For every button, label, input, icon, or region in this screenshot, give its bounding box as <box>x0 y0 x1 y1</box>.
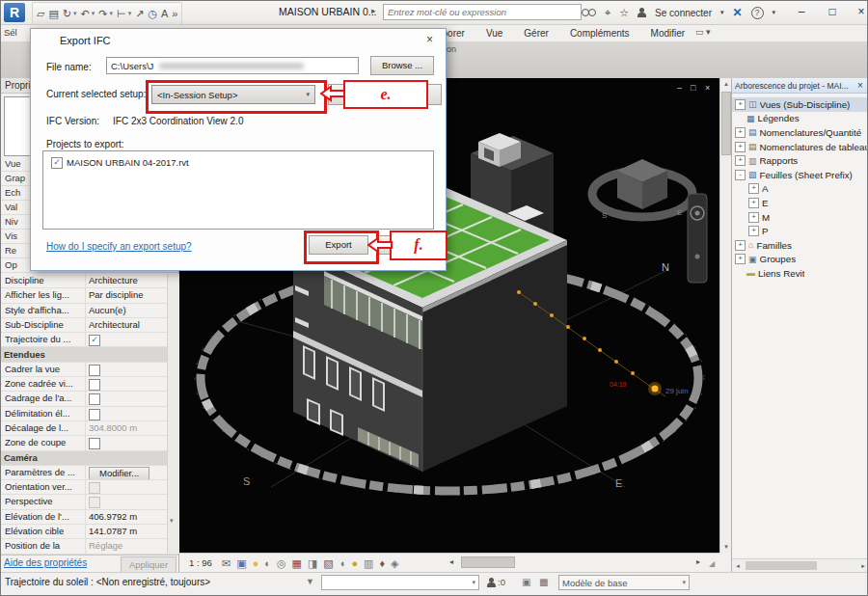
checkbox[interactable] <box>89 379 100 391</box>
navigation-bar[interactable] <box>688 194 707 283</box>
tree-item[interactable]: +A <box>732 182 868 197</box>
ribbon-extra-dropdown[interactable]: ▭ ▾ <box>695 27 711 37</box>
expander-icon[interactable]: + <box>735 142 746 152</box>
tree-item[interactable]: -▧Feuilles (Sheet Prefix) <box>732 168 868 182</box>
design-options-icon[interactable]: ▣ <box>522 577 530 587</box>
view-minimize-icon[interactable]: – <box>677 83 682 93</box>
tree-item[interactable]: +▣Groupes <box>732 253 868 267</box>
dropdown-arrow-icon[interactable]: ▾ <box>128 10 132 17</box>
tree-item[interactable]: ▦Légendes <box>732 112 868 126</box>
expander-icon[interactable]: + <box>748 226 759 236</box>
maximize-button[interactable]: □ <box>819 1 846 23</box>
browser-close-icon[interactable]: × <box>857 80 863 91</box>
crop-view-icon[interactable]: ✉ <box>222 557 231 570</box>
hscroll-thumb[interactable] <box>461 556 515 568</box>
exclude-options-icon[interactable]: ▩ <box>539 577 548 587</box>
dialog-close-icon[interactable]: × <box>426 33 433 46</box>
show-crop-icon[interactable]: ◨ <box>308 557 317 570</box>
title-dropdown-icon[interactable]: ▸ <box>371 6 376 15</box>
tree-item[interactable]: +P <box>732 224 868 238</box>
tree-item[interactable]: +M <box>732 210 868 225</box>
help-dropdown-icon[interactable]: ▾ <box>773 9 776 16</box>
checkbox[interactable] <box>89 393 100 405</box>
ribbon-tab-modifier[interactable]: Modifier <box>651 28 686 39</box>
properties-help-link[interactable]: Aide des propriétés <box>4 557 87 568</box>
sync-icon[interactable]: ↻ <box>63 8 71 20</box>
worksets-combo[interactable]: ▾ <box>321 575 479 590</box>
tree-item[interactable]: +⌂Familles <box>732 238 868 253</box>
view-close-icon[interactable]: × <box>705 83 710 93</box>
undo-icon[interactable]: ↶ <box>81 8 90 20</box>
sign-in-button[interactable]: Se connecter <box>655 8 712 18</box>
expander-icon[interactable]: + <box>735 254 746 264</box>
modify-button[interactable]: Modifier... <box>89 467 149 479</box>
checkbox[interactable] <box>89 497 100 508</box>
design-option-combo[interactable]: Modèle de base▾ <box>558 575 690 590</box>
search-input[interactable] <box>383 4 582 20</box>
shadows-icon[interactable]: ◐ <box>264 557 271 569</box>
minimize-button[interactable]: – <box>788 1 815 23</box>
tag-icon[interactable]: ↗ <box>135 8 144 20</box>
tree-item[interactable]: +E <box>732 196 868 210</box>
exchange-apps-icon[interactable]: ✕ <box>733 6 743 19</box>
dropdown-arrow-icon[interactable]: ▾ <box>92 10 95 17</box>
combo-dropdown-icon[interactable]: ▾ <box>472 579 475 586</box>
vscroll-thumb[interactable] <box>721 92 731 155</box>
expander-icon[interactable]: + <box>748 183 759 194</box>
analysis-icon[interactable]: ♦ <box>379 557 385 569</box>
project-browser-header[interactable]: Arborescence du projet - MAI... <box>732 78 868 94</box>
expander-icon[interactable]: + <box>735 240 746 251</box>
scroll-left-icon[interactable]: ◂ <box>732 560 744 572</box>
checkbox[interactable] <box>89 438 100 449</box>
dropdown-arrow-icon[interactable]: ▾ <box>110 10 114 17</box>
project-list-item[interactable]: ✓ MAISON URBAIN 04-2017.rvt <box>51 156 189 169</box>
more-icon[interactable]: » <box>172 8 177 19</box>
scroll-right-icon[interactable]: ▸ <box>857 560 868 572</box>
constraints-icon[interactable]: ◈ <box>391 557 398 570</box>
save-icon[interactable]: ▤ <box>48 8 58 20</box>
text-icon[interactable]: A <box>161 8 168 19</box>
clock-icon[interactable]: ◷ <box>148 8 157 20</box>
help-icon[interactable]: ? <box>751 7 764 19</box>
user-icon[interactable] <box>637 8 646 17</box>
revit-app-menu-button[interactable]: R <box>4 3 25 22</box>
filter-icon[interactable]: ▼ <box>306 577 314 586</box>
worksharing-icon[interactable]: ▥ <box>364 557 373 570</box>
viewcube[interactable]: S E <box>592 159 692 220</box>
project-checkbox[interactable]: ✓ <box>51 157 63 169</box>
redo-icon[interactable]: ↷ <box>98 8 107 20</box>
properties-scrollbar[interactable]: ▾ <box>167 274 179 554</box>
lock-view-icon[interactable]: ▧ <box>323 557 333 570</box>
tree-item[interactable]: +▤Nomenclatures/Quantité <box>732 125 868 140</box>
expander-icon[interactable]: + <box>748 198 759 208</box>
checkbox[interactable] <box>89 365 100 376</box>
expander-icon[interactable]: - <box>735 170 746 180</box>
expander-icon[interactable]: + <box>735 127 746 138</box>
tree-item[interactable]: +▥Rapports <box>732 153 868 168</box>
checkbox[interactable]: ✓ <box>89 335 100 346</box>
ribbon-tab-grer[interactable]: Gérer <box>524 28 549 39</box>
hide-isolate-icon[interactable]: ◖ <box>339 557 346 569</box>
close-button[interactable]: × <box>848 1 868 23</box>
apply-button[interactable]: Appliquer <box>121 556 176 573</box>
ribbon-tab-complments[interactable]: Compléments <box>570 28 630 39</box>
subscription-icon[interactable]: ⌖ <box>605 7 610 19</box>
expander-icon[interactable]: + <box>735 155 746 166</box>
tree-item[interactable]: +▤Nomenclatures de tableaux <box>732 140 868 154</box>
browser-hscrollbar[interactable]: ◂ ▸ <box>732 558 868 572</box>
search-icon[interactable] <box>582 9 596 17</box>
sun-marker[interactable] <box>652 386 659 393</box>
expander-icon[interactable]: + <box>748 212 759 223</box>
hscroll-right-icon[interactable]: ▸ <box>696 557 700 566</box>
signin-dropdown-icon[interactable]: ▾ <box>720 9 724 16</box>
view-restore-icon[interactable]: □ <box>691 83 696 93</box>
browse-button[interactable]: Browse ... <box>370 56 434 75</box>
visual-style-icon[interactable]: ▣ <box>236 557 246 570</box>
tree-item[interactable]: ▬Liens Revit <box>732 266 868 281</box>
view-scale[interactable]: 1 : 96 <box>189 557 212 568</box>
browser-scroll-thumb[interactable] <box>746 561 817 570</box>
file-name-input[interactable]: C:\Users\J <box>106 57 359 74</box>
expander-icon[interactable]: + <box>735 99 746 110</box>
hscroll-left-icon[interactable]: ◂ <box>449 557 453 566</box>
export-setup-help-link[interactable]: How do I specify an export setup? <box>46 241 192 252</box>
